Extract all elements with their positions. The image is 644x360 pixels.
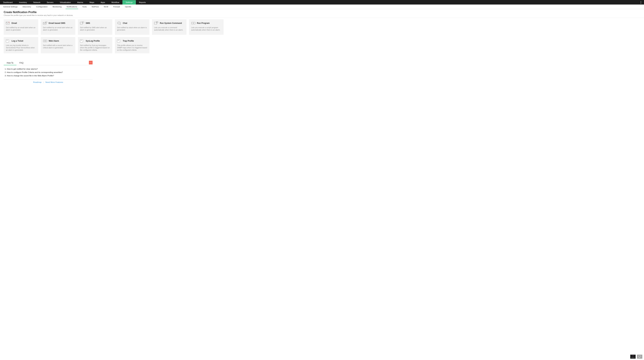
nav-virtualization[interactable]: Virtualization (56, 0, 74, 4)
svg-line-16 (44, 40, 44, 40)
nav-maps[interactable]: Maps (86, 0, 98, 4)
sms-icon (80, 21, 84, 25)
web-alarm-icon (43, 39, 47, 43)
divider: | (43, 81, 44, 83)
help-tabs: How To FAQ (4, 61, 92, 65)
card-title: SMS (86, 22, 90, 24)
svg-rect-14 (43, 40, 47, 42)
nav-alarms[interactable]: Alarms (74, 0, 86, 4)
nav-inventory[interactable]: Inventory (16, 0, 30, 4)
card-run-program[interactable]: Run Program Lets you execute a script/ p… (189, 19, 224, 35)
card-desc: Get notified with a sound alert when a c… (43, 44, 73, 49)
link-need-more-features[interactable]: Need More Features (46, 81, 63, 83)
card-desc: Lets you execute a script/ program autom… (191, 26, 221, 31)
sub-oputils[interactable]: OpUtils (122, 4, 134, 9)
svg-line-17 (46, 40, 46, 40)
nav-dashboard[interactable]: Dashboard (0, 0, 16, 4)
card-row-2: Log a Ticket Lets you log trouble ticket… (4, 37, 640, 53)
help-list: How to get notified for clear alarms? Ho… (4, 65, 92, 80)
help-item[interactable]: How to change the sound file in the Web … (5, 74, 92, 77)
more-menu-icon[interactable] (639, 0, 643, 4)
sub-general-settings[interactable]: General Settings (1, 4, 20, 9)
card-email-sms[interactable]: Email based SMS Get notified by an email… (41, 19, 75, 35)
sub-firewall[interactable]: Firewall (111, 4, 122, 9)
svg-rect-10 (156, 22, 158, 23)
sub-ncm[interactable]: NCM (101, 4, 111, 9)
nav-network[interactable]: Network (30, 0, 44, 4)
sub-notifications[interactable]: Notifications (64, 4, 80, 9)
card-area: Email Get notified by an email alert whe… (0, 18, 644, 57)
card-syslog[interactable]: SysLog Profile Get notified by SysLog me… (78, 37, 112, 53)
email-icon (6, 21, 10, 25)
page-header: Create Notification Profile Choose the p… (0, 9, 644, 18)
card-title: Email based SMS (49, 22, 65, 24)
card-sms[interactable]: SMS Get notified by SMS alert when an al… (78, 19, 112, 35)
sub-netflow[interactable]: NetFlow (89, 4, 101, 9)
svg-rect-9 (154, 22, 157, 24)
svg-point-6 (118, 23, 118, 23)
tab-faq[interactable]: FAQ (16, 61, 26, 65)
syslog-icon (80, 39, 84, 43)
card-desc: Get notified by an email alert when an a… (43, 26, 73, 31)
svg-point-7 (119, 23, 119, 23)
card-title: Chat (123, 22, 127, 24)
card-web-alarm[interactable]: Web Alarm Get notified with a sound aler… (41, 37, 75, 53)
card-run-command[interactable]: Run System Command Lets you execute a co… (152, 19, 186, 35)
help-block: — How To FAQ How to get notified for cle… (4, 61, 92, 85)
card-log-ticket[interactable]: Log a Ticket Lets you log trouble ticket… (4, 37, 38, 53)
help-links: Roadmap | Need More Features (4, 80, 92, 85)
chat-icon (117, 21, 122, 25)
top-nav: Dashboard Inventory Network Servers Virt… (0, 0, 644, 4)
card-desc: Get notified by SMS alert when an alarm … (80, 26, 110, 31)
card-desc: Lets you log trouble tickets in ServiceD… (6, 44, 36, 51)
program-icon (191, 21, 196, 25)
card-desc: Get notified by SysLog messages when thi… (80, 44, 110, 51)
nav-settings[interactable]: Settings (122, 0, 136, 4)
page-title: Create Notification Profile (4, 11, 640, 14)
page-subtitle: Choose the profile type you would like t… (4, 14, 640, 16)
svg-point-1 (9, 22, 10, 22)
card-title: Web Alarm (49, 40, 59, 42)
svg-rect-2 (43, 22, 46, 24)
sub-monitoring[interactable]: Monitoring (50, 4, 64, 9)
card-title: Log a Ticket (12, 40, 23, 42)
card-title: Email (12, 22, 17, 24)
help-collapse-button[interactable]: — (89, 61, 92, 64)
card-desc: This profile allows you to receive SNMP … (117, 44, 147, 51)
nav-reports[interactable]: Reports (136, 0, 149, 4)
card-email[interactable]: Email Get notified by an email alert whe… (4, 19, 38, 35)
email-sms-icon (43, 21, 47, 25)
svg-point-8 (120, 23, 120, 23)
card-title: Run Program (197, 22, 210, 24)
sub-configuration[interactable]: Configuration (34, 4, 50, 9)
card-trap[interactable]: Trap Profile This profile allows you to … (115, 37, 150, 53)
sub-nav: General Settings Discovery Configuration… (0, 4, 644, 9)
nav-apps[interactable]: Apps (98, 0, 108, 4)
help-item[interactable]: How to configure Profile Criteria and it… (5, 70, 92, 74)
nav-servers[interactable]: Servers (44, 0, 57, 4)
command-icon (154, 21, 158, 25)
help-item[interactable]: How to get notified for clear alarms? (5, 67, 92, 70)
card-row-1: Email Get notified by an email alert whe… (4, 19, 640, 35)
card-chat[interactable]: Chat Get notified by slack when an alarm… (115, 19, 150, 35)
card-desc: Lets you execute a command automatically… (154, 26, 184, 31)
tab-how-to[interactable]: How To (4, 61, 16, 65)
card-desc: Get notified by slack when an alarm is g… (117, 26, 147, 31)
link-roadmap[interactable]: Roadmap (33, 81, 42, 83)
sub-discovery[interactable]: Discovery (20, 4, 34, 9)
ticket-icon (6, 39, 10, 43)
sub-tools[interactable]: Tools (80, 4, 89, 9)
card-desc: Get notified by an email alert when an a… (6, 26, 36, 31)
card-title: Run System Command (160, 22, 182, 24)
card-title: Trap Profile (123, 40, 134, 42)
svg-point-15 (44, 40, 46, 42)
svg-marker-13 (193, 23, 194, 24)
card-title: SysLog Profile (86, 40, 100, 42)
trap-icon (117, 39, 122, 43)
nav-workflow[interactable]: Workflow (108, 0, 122, 4)
